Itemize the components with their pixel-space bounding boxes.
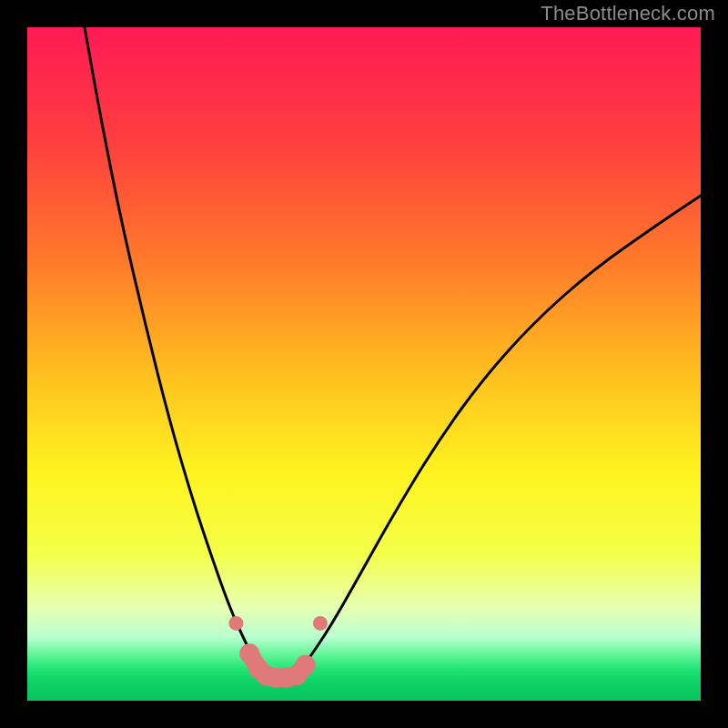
chart-canvas: TheBottleneck.com xyxy=(0,0,728,728)
valley-marker xyxy=(296,655,316,675)
watermark-text: TheBottleneck.com xyxy=(541,2,715,25)
valley-marker xyxy=(228,616,243,631)
plot-background xyxy=(27,27,701,701)
valley-marker xyxy=(313,616,328,631)
bottleneck-chart-svg xyxy=(0,0,728,728)
